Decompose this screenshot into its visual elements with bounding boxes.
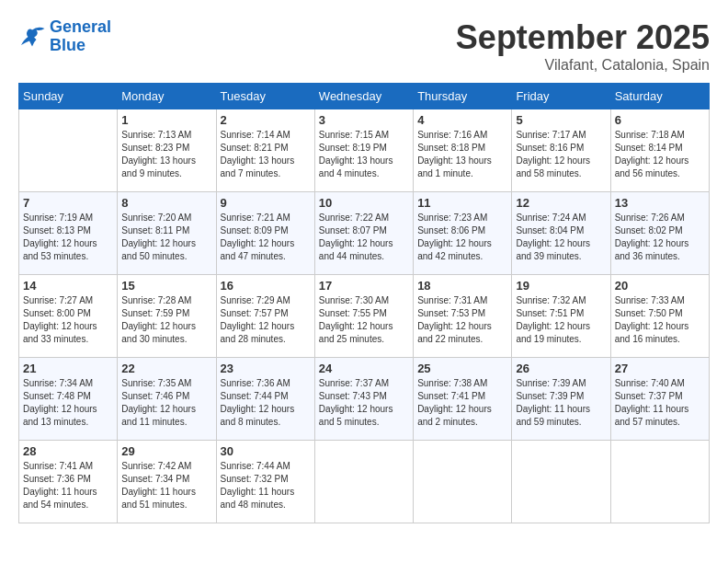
- day-info: Sunrise: 7:30 AM Sunset: 7:55 PM Dayligh…: [319, 294, 409, 346]
- day-number: 13: [615, 196, 705, 210]
- day-info: Sunrise: 7:28 AM Sunset: 7:59 PM Dayligh…: [121, 294, 211, 346]
- calendar-cell: 23Sunrise: 7:36 AM Sunset: 7:44 PM Dayli…: [216, 358, 314, 441]
- calendar-cell: 25Sunrise: 7:38 AM Sunset: 7:41 PM Dayli…: [414, 358, 512, 441]
- day-number: 21: [23, 362, 113, 375]
- calendar-cell: 17Sunrise: 7:30 AM Sunset: 7:55 PM Dayli…: [314, 275, 413, 358]
- day-number: 7: [23, 196, 113, 210]
- weekday-header: Monday: [118, 84, 216, 109]
- day-info: Sunrise: 7:31 AM Sunset: 7:53 PM Dayligh…: [417, 294, 507, 346]
- day-number: 12: [516, 196, 606, 210]
- day-info: Sunrise: 7:35 AM Sunset: 7:46 PM Dayligh…: [121, 377, 211, 429]
- day-number: 23: [221, 362, 311, 375]
- calendar-week-row: 14Sunrise: 7:27 AM Sunset: 8:00 PM Dayli…: [19, 275, 710, 358]
- day-number: 1: [121, 113, 211, 127]
- title-block: September 2025 Vilafant, Catalonia, Spai…: [456, 18, 710, 74]
- calendar-week-row: 7Sunrise: 7:19 AM Sunset: 8:13 PM Daylig…: [19, 192, 710, 275]
- calendar-cell: 10Sunrise: 7:22 AM Sunset: 8:07 PM Dayli…: [314, 192, 413, 275]
- day-info: Sunrise: 7:42 AM Sunset: 7:34 PM Dayligh…: [121, 460, 211, 511]
- calendar-cell: 1Sunrise: 7:13 AM Sunset: 8:23 PM Daylig…: [118, 109, 216, 192]
- day-info: Sunrise: 7:26 AM Sunset: 8:02 PM Dayligh…: [615, 212, 705, 263]
- logo-icon: [18, 24, 46, 50]
- weekday-header-row: SundayMondayTuesdayWednesdayThursdayFrid…: [19, 84, 710, 109]
- weekday-header: Sunday: [19, 84, 118, 109]
- day-info: Sunrise: 7:15 AM Sunset: 8:19 PM Dayligh…: [319, 129, 409, 180]
- calendar-cell: [314, 441, 413, 523]
- weekday-header: Wednesday: [314, 84, 413, 109]
- day-info: Sunrise: 7:20 AM Sunset: 8:11 PM Dayligh…: [121, 212, 211, 263]
- calendar-cell: 8Sunrise: 7:20 AM Sunset: 8:11 PM Daylig…: [118, 192, 216, 275]
- weekday-header: Friday: [512, 84, 610, 109]
- day-info: Sunrise: 7:39 AM Sunset: 7:39 PM Dayligh…: [516, 377, 606, 429]
- day-number: 30: [221, 444, 311, 458]
- calendar-cell: 26Sunrise: 7:39 AM Sunset: 7:39 PM Dayli…: [512, 358, 610, 441]
- day-number: 8: [121, 196, 211, 210]
- day-number: 11: [417, 196, 507, 210]
- day-info: Sunrise: 7:23 AM Sunset: 8:06 PM Dayligh…: [417, 212, 507, 263]
- day-number: 28: [23, 444, 113, 458]
- calendar-cell: 30Sunrise: 7:44 AM Sunset: 7:32 PM Dayli…: [216, 441, 314, 523]
- day-info: Sunrise: 7:40 AM Sunset: 7:37 PM Dayligh…: [615, 377, 705, 429]
- month-title: September 2025: [456, 18, 710, 57]
- day-info: Sunrise: 7:14 AM Sunset: 8:21 PM Dayligh…: [221, 129, 311, 180]
- day-info: Sunrise: 7:19 AM Sunset: 8:13 PM Dayligh…: [23, 212, 113, 263]
- day-info: Sunrise: 7:32 AM Sunset: 7:51 PM Dayligh…: [516, 294, 606, 346]
- day-number: 25: [417, 362, 507, 375]
- day-number: 3: [319, 113, 409, 127]
- day-info: Sunrise: 7:18 AM Sunset: 8:14 PM Dayligh…: [615, 129, 705, 180]
- day-number: 26: [516, 362, 606, 375]
- calendar-cell: [414, 441, 512, 523]
- weekday-header: Saturday: [610, 84, 709, 109]
- calendar-cell: 12Sunrise: 7:24 AM Sunset: 8:04 PM Dayli…: [512, 192, 610, 275]
- day-number: 9: [221, 196, 311, 210]
- day-number: 29: [121, 444, 211, 458]
- day-number: 17: [319, 279, 409, 293]
- calendar-cell: 28Sunrise: 7:41 AM Sunset: 7:36 PM Dayli…: [19, 441, 118, 523]
- day-number: 5: [516, 113, 606, 127]
- day-info: Sunrise: 7:38 AM Sunset: 7:41 PM Dayligh…: [417, 377, 507, 429]
- day-number: 22: [121, 362, 211, 375]
- calendar-cell: 2Sunrise: 7:14 AM Sunset: 8:21 PM Daylig…: [216, 109, 314, 192]
- calendar-cell: 13Sunrise: 7:26 AM Sunset: 8:02 PM Dayli…: [610, 192, 709, 275]
- calendar-cell: 27Sunrise: 7:40 AM Sunset: 7:37 PM Dayli…: [610, 358, 709, 441]
- day-number: 18: [417, 279, 507, 293]
- calendar-cell: 24Sunrise: 7:37 AM Sunset: 7:43 PM Dayli…: [314, 358, 413, 441]
- calendar-cell: 7Sunrise: 7:19 AM Sunset: 8:13 PM Daylig…: [19, 192, 118, 275]
- calendar-cell: [19, 109, 118, 192]
- day-info: Sunrise: 7:41 AM Sunset: 7:36 PM Dayligh…: [23, 460, 113, 511]
- day-info: Sunrise: 7:17 AM Sunset: 8:16 PM Dayligh…: [516, 129, 606, 180]
- day-number: 10: [319, 196, 409, 210]
- logo-text: General Blue: [50, 18, 111, 55]
- calendar-cell: 22Sunrise: 7:35 AM Sunset: 7:46 PM Dayli…: [118, 358, 216, 441]
- calendar-cell: 21Sunrise: 7:34 AM Sunset: 7:48 PM Dayli…: [19, 358, 118, 441]
- day-info: Sunrise: 7:34 AM Sunset: 7:48 PM Dayligh…: [23, 377, 113, 429]
- page-header: General Blue September 2025 Vilafant, Ca…: [18, 18, 710, 74]
- calendar-cell: 19Sunrise: 7:32 AM Sunset: 7:51 PM Dayli…: [512, 275, 610, 358]
- calendar-week-row: 21Sunrise: 7:34 AM Sunset: 7:48 PM Dayli…: [19, 358, 710, 441]
- day-info: Sunrise: 7:44 AM Sunset: 7:32 PM Dayligh…: [221, 460, 311, 511]
- day-number: 27: [615, 362, 705, 375]
- logo-line1: General: [50, 17, 111, 36]
- day-info: Sunrise: 7:16 AM Sunset: 8:18 PM Dayligh…: [417, 129, 507, 180]
- day-info: Sunrise: 7:27 AM Sunset: 8:00 PM Dayligh…: [23, 294, 113, 346]
- day-number: 6: [615, 113, 705, 127]
- calendar-cell: 11Sunrise: 7:23 AM Sunset: 8:06 PM Dayli…: [414, 192, 512, 275]
- day-info: Sunrise: 7:37 AM Sunset: 7:43 PM Dayligh…: [319, 377, 409, 429]
- day-info: Sunrise: 7:22 AM Sunset: 8:07 PM Dayligh…: [319, 212, 409, 263]
- logo: General Blue: [18, 18, 111, 55]
- day-number: 15: [121, 279, 211, 293]
- calendar-cell: 20Sunrise: 7:33 AM Sunset: 7:50 PM Dayli…: [610, 275, 709, 358]
- weekday-header: Thursday: [414, 84, 512, 109]
- calendar-cell: 4Sunrise: 7:16 AM Sunset: 8:18 PM Daylig…: [414, 109, 512, 192]
- calendar-cell: 5Sunrise: 7:17 AM Sunset: 8:16 PM Daylig…: [512, 109, 610, 192]
- calendar-cell: 18Sunrise: 7:31 AM Sunset: 7:53 PM Dayli…: [414, 275, 512, 358]
- logo-line2: Blue: [50, 36, 85, 54]
- day-info: Sunrise: 7:33 AM Sunset: 7:50 PM Dayligh…: [615, 294, 705, 346]
- calendar-cell: 3Sunrise: 7:15 AM Sunset: 8:19 PM Daylig…: [314, 109, 413, 192]
- day-number: 2: [221, 113, 311, 127]
- day-info: Sunrise: 7:36 AM Sunset: 7:44 PM Dayligh…: [221, 377, 311, 429]
- day-number: 14: [23, 279, 113, 293]
- calendar-cell: [512, 441, 610, 523]
- day-number: 24: [319, 362, 409, 375]
- day-info: Sunrise: 7:21 AM Sunset: 8:09 PM Dayligh…: [221, 212, 311, 263]
- day-info: Sunrise: 7:13 AM Sunset: 8:23 PM Dayligh…: [121, 129, 211, 180]
